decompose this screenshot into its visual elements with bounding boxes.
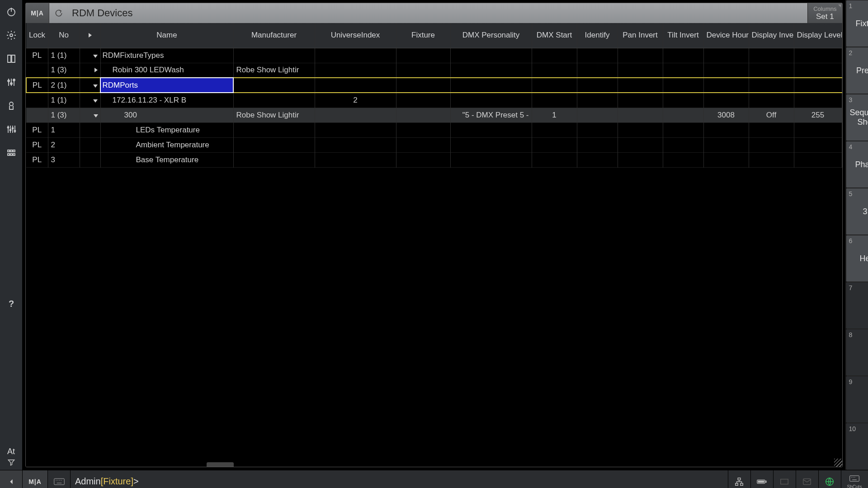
cell-fixture[interactable] xyxy=(396,122,450,137)
cell-fixture[interactable] xyxy=(396,93,450,108)
filter-icon[interactable] xyxy=(7,458,15,466)
cell-tilt[interactable] xyxy=(663,122,703,137)
cell-pan[interactable] xyxy=(618,63,663,78)
cell-tilt[interactable] xyxy=(663,78,703,93)
cell-expander[interactable] xyxy=(80,63,100,78)
cell-dinv[interactable] xyxy=(749,137,794,152)
book-icon[interactable] xyxy=(0,47,23,70)
cell-fixture[interactable] xyxy=(396,48,450,63)
help-icon[interactable]: ? xyxy=(0,292,23,315)
table-row[interactable]: 1 (3)300Robe Show Lightir"5 - DMX Preset… xyxy=(26,108,842,122)
cell-lock[interactable] xyxy=(26,108,48,122)
cell-identify[interactable] xyxy=(577,122,618,137)
cell-personality[interactable] xyxy=(450,48,532,63)
col-manufacturer[interactable]: Manufacturer xyxy=(233,23,315,48)
cell-personality[interactable] xyxy=(450,152,532,167)
table-row[interactable]: PL2Ambient Temperature xyxy=(26,137,842,152)
cell-manufacturer[interactable]: Robe Show Lightir xyxy=(233,108,315,122)
cell-personality[interactable] xyxy=(450,78,532,93)
prev-page-button[interactable] xyxy=(0,470,23,488)
cell-pan[interactable] xyxy=(618,78,663,93)
cell-identify[interactable] xyxy=(577,63,618,78)
cell-fixture[interactable] xyxy=(396,63,450,78)
view-slot-7[interactable]: 7 xyxy=(846,282,868,329)
cell-universe[interactable] xyxy=(315,63,396,78)
table-row[interactable]: PL3Base Temperature xyxy=(26,152,842,167)
cell-dlvl[interactable] xyxy=(794,137,842,152)
cell-name[interactable]: RDMPorts xyxy=(100,78,233,93)
cell-identify[interactable] xyxy=(577,93,618,108)
cell-manufacturer[interactable] xyxy=(233,122,315,137)
cell-lock[interactable] xyxy=(26,63,48,78)
cell-lock[interactable]: PL xyxy=(26,122,48,137)
rdm-table[interactable]: Lock No Name Manufacturer UniverseIndex … xyxy=(26,23,842,168)
cell-dinv[interactable] xyxy=(749,93,794,108)
cell-lock[interactable]: PL xyxy=(26,137,48,152)
table-row[interactable]: PL1LEDs Temperature xyxy=(26,122,842,137)
cell-tilt[interactable] xyxy=(663,63,703,78)
cell-dlvl[interactable] xyxy=(794,63,842,78)
cell-personality[interactable] xyxy=(450,93,532,108)
cell-hours[interactable] xyxy=(703,78,749,93)
cell-pan[interactable] xyxy=(618,93,663,108)
col-dlvl[interactable]: Display Level xyxy=(794,23,842,48)
cell-hours[interactable] xyxy=(703,48,749,63)
cell-expander[interactable] xyxy=(80,137,100,152)
cell-lock[interactable]: PL xyxy=(26,78,48,93)
network-icon[interactable] xyxy=(728,470,750,488)
cell-universe[interactable] xyxy=(315,122,396,137)
sliders2-icon[interactable] xyxy=(0,117,23,141)
cell-personality[interactable] xyxy=(450,122,532,137)
ma-logo[interactable]: M|A xyxy=(26,3,49,23)
keyboard-icon[interactable] xyxy=(48,470,71,488)
cell-pan[interactable] xyxy=(618,48,663,63)
cell-identify[interactable] xyxy=(577,152,618,167)
cell-identify[interactable] xyxy=(577,48,618,63)
cell-expander[interactable] xyxy=(80,48,100,63)
cell-name[interactable]: LEDs Temperature xyxy=(100,122,233,137)
cell-start[interactable] xyxy=(532,78,577,93)
view-slot-6[interactable]: 6Help xyxy=(846,235,868,282)
cell-lock[interactable] xyxy=(26,93,48,108)
cell-expander[interactable] xyxy=(80,78,100,93)
cell-lock[interactable]: PL xyxy=(26,152,48,167)
cell-universe[interactable] xyxy=(315,137,396,152)
cell-dlvl[interactable]: 255 xyxy=(794,108,842,122)
cell-start[interactable] xyxy=(532,63,577,78)
col-tilt[interactable]: Tilt Invert xyxy=(663,23,703,48)
cell-start[interactable] xyxy=(532,93,577,108)
cell-fixture[interactable] xyxy=(396,137,450,152)
table-row[interactable]: 1 (3)Robin 300 LEDWashRobe Show Lightir xyxy=(26,63,842,78)
gear-icon[interactable] xyxy=(0,23,23,47)
cell-no[interactable]: 1 (1) xyxy=(48,93,80,108)
cell-manufacturer[interactable]: Robe Show Lightir xyxy=(233,63,315,78)
cell-manufacturer[interactable] xyxy=(233,78,315,93)
view-slot-2[interactable]: 2Preset xyxy=(846,47,868,94)
col-name[interactable]: Name xyxy=(100,23,233,48)
cell-tilt[interactable] xyxy=(663,108,703,122)
battery-icon[interactable] xyxy=(750,470,773,488)
cell-name[interactable]: Ambient Temperature xyxy=(100,137,233,152)
col-universe[interactable]: UniverseIndex xyxy=(315,23,396,48)
col-dinv[interactable]: Display Invert xyxy=(749,23,794,48)
fixture-icon[interactable] xyxy=(0,94,23,117)
cell-dinv[interactable] xyxy=(749,122,794,137)
resize-grip[interactable] xyxy=(834,459,842,467)
cell-dinv[interactable] xyxy=(749,78,794,93)
cell-manufacturer[interactable] xyxy=(233,48,315,63)
cell-start[interactable]: 1 xyxy=(532,108,577,122)
cell-fixture[interactable] xyxy=(396,108,450,122)
col-no[interactable]: No xyxy=(48,23,80,48)
columns-button[interactable]: Columns Set 1 xyxy=(807,3,842,23)
view-slot-8[interactable]: 8 xyxy=(846,329,868,376)
cell-manufacturer[interactable] xyxy=(233,152,315,167)
cell-no[interactable]: 3 xyxy=(48,152,80,167)
sliders-icon[interactable] xyxy=(0,70,23,94)
cell-no[interactable]: 1 xyxy=(48,122,80,137)
cell-expander[interactable] xyxy=(80,108,100,122)
cell-identify[interactable] xyxy=(577,137,618,152)
col-fixture[interactable]: Fixture xyxy=(396,23,450,48)
cell-hours[interactable]: 3008 xyxy=(703,108,749,122)
col-personality[interactable]: DMX Personality xyxy=(450,23,532,48)
cell-personality[interactable]: "5 - DMX Preset 5 - xyxy=(450,108,532,122)
